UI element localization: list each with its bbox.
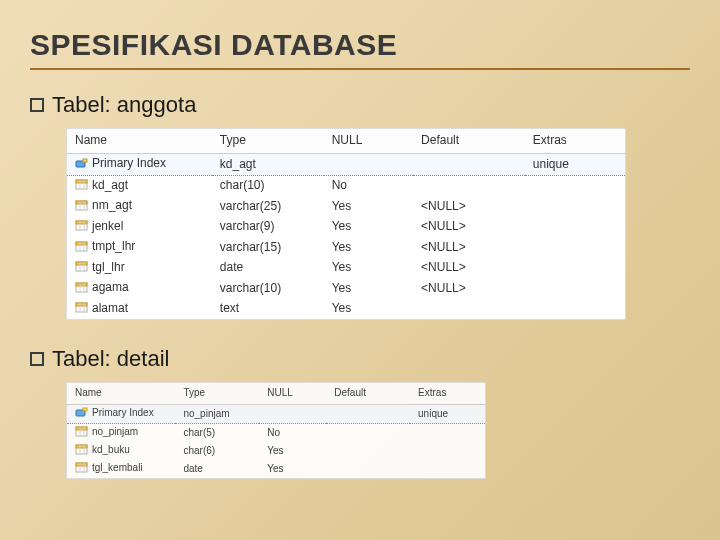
section-label-name: detail <box>117 346 170 371</box>
page-title: SPESIFIKASI DATABASE <box>30 28 690 62</box>
title-underline <box>30 68 690 70</box>
cell-type: kd_agt <box>212 154 324 176</box>
cell-name: tmpt_lhr <box>67 237 212 258</box>
cell-name-text: tgl_kembali <box>92 462 143 473</box>
svg-rect-27 <box>76 303 87 306</box>
col-header-type: Type <box>175 383 259 405</box>
table-anggota: Name Type NULL Default Extras Primary In… <box>66 128 626 320</box>
cell-default: <NULL> <box>413 278 525 299</box>
table-row: alamattextYes <box>67 299 626 320</box>
table-row: agamavarchar(10)Yes<NULL> <box>67 278 626 299</box>
cell-default: <NULL> <box>413 217 525 238</box>
cell-null: Yes <box>324 258 413 279</box>
bullet-icon <box>30 98 44 112</box>
cell-null: No <box>259 424 326 443</box>
table-anggota-body: Primary Indexkd_agtuniquekd_agtchar(10)N… <box>67 154 626 320</box>
svg-rect-19 <box>76 262 87 265</box>
cell-default: <NULL> <box>413 196 525 217</box>
column-icon <box>75 282 88 293</box>
table-row: kd_bukuchar(6)Yes <box>67 442 486 460</box>
col-header-type: Type <box>212 129 324 154</box>
cell-name: alamat <box>67 299 212 320</box>
cell-type: char(10) <box>212 175 324 196</box>
cell-extras <box>525 217 626 238</box>
col-header-extras: Extras <box>410 383 485 405</box>
table-row: jenkelvarchar(9)Yes<NULL> <box>67 217 626 238</box>
cell-default <box>326 442 410 460</box>
column-icon <box>75 261 88 272</box>
index-key-icon <box>75 158 88 169</box>
column-icon <box>75 444 88 455</box>
cell-extras <box>410 442 485 460</box>
svg-rect-3 <box>76 180 87 183</box>
index-key-icon <box>75 407 88 418</box>
cell-type: varchar(25) <box>212 196 324 217</box>
svg-rect-11 <box>76 221 87 224</box>
col-header-default: Default <box>413 129 525 154</box>
column-icon <box>75 302 88 313</box>
table-row: no_pinjamchar(5)No <box>67 424 486 443</box>
cell-name-text: nm_agt <box>92 198 132 212</box>
svg-rect-1 <box>83 159 87 162</box>
cell-extras <box>525 278 626 299</box>
cell-name-text: tmpt_lhr <box>92 239 135 253</box>
svg-rect-31 <box>83 408 87 411</box>
cell-default <box>413 175 525 196</box>
cell-default <box>326 405 410 424</box>
cell-null: Yes <box>259 442 326 460</box>
table-row: tmpt_lhrvarchar(15)Yes<NULL> <box>67 237 626 258</box>
cell-null: Yes <box>324 196 413 217</box>
cell-default: <NULL> <box>413 258 525 279</box>
col-header-name: Name <box>67 129 212 154</box>
cell-extras <box>410 460 485 479</box>
cell-name-text: kd_agt <box>92 178 128 192</box>
cell-extras <box>525 196 626 217</box>
cell-type: no_pinjam <box>175 405 259 424</box>
cell-type: varchar(10) <box>212 278 324 299</box>
svg-rect-15 <box>76 242 87 245</box>
cell-name-text: Primary Index <box>92 407 154 418</box>
cell-default <box>413 299 525 320</box>
col-header-default: Default <box>326 383 410 405</box>
table-anggota-wrap: Name Type NULL Default Extras Primary In… <box>66 128 690 320</box>
cell-name-text: tgl_lhr <box>92 260 125 274</box>
slide: SPESIFIKASI DATABASE Tabel: anggota Name… <box>0 0 720 499</box>
svg-rect-33 <box>76 427 87 430</box>
cell-name: agama <box>67 278 212 299</box>
table-detail-wrap: Name Type NULL Default Extras Primary In… <box>66 382 690 479</box>
cell-null <box>259 405 326 424</box>
cell-extras <box>525 175 626 196</box>
section-label-name: anggota <box>117 92 197 117</box>
table-row: kd_agtchar(10)No <box>67 175 626 196</box>
cell-type: date <box>175 460 259 479</box>
svg-rect-37 <box>76 445 87 448</box>
column-icon <box>75 179 88 190</box>
column-icon <box>75 426 88 437</box>
cell-extras <box>525 237 626 258</box>
section-heading-anggota: Tabel: anggota <box>30 92 690 118</box>
column-icon <box>75 462 88 473</box>
cell-default <box>326 424 410 443</box>
table-detail-body: Primary Indexno_pinjamuniqueno_pinjamcha… <box>67 405 486 479</box>
cell-extras <box>525 299 626 320</box>
bullet-icon <box>30 352 44 366</box>
cell-default <box>326 460 410 479</box>
cell-null: Yes <box>324 278 413 299</box>
cell-type: varchar(9) <box>212 217 324 238</box>
cell-type: varchar(15) <box>212 237 324 258</box>
cell-name-text: agama <box>92 280 129 294</box>
column-icon <box>75 241 88 252</box>
cell-name: tgl_lhr <box>67 258 212 279</box>
cell-null: Yes <box>324 237 413 258</box>
cell-type: char(6) <box>175 442 259 460</box>
cell-name: nm_agt <box>67 196 212 217</box>
cell-name-text: no_pinjam <box>92 426 138 437</box>
cell-name-text: alamat <box>92 301 128 315</box>
col-header-null: NULL <box>324 129 413 154</box>
cell-name: jenkel <box>67 217 212 238</box>
cell-extras <box>410 424 485 443</box>
svg-rect-23 <box>76 283 87 286</box>
col-header-name: Name <box>67 383 176 405</box>
table-row: Primary Indexkd_agtunique <box>67 154 626 176</box>
section-label-prefix: Tabel: <box>52 346 111 371</box>
